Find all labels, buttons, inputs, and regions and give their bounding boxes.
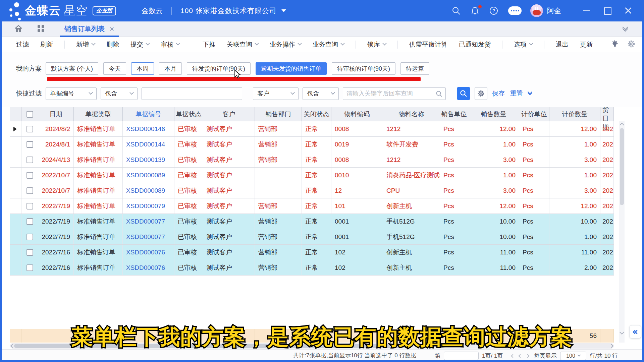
- close-tab-icon[interactable]: ✕: [109, 25, 114, 33]
- column-header[interactable]: 关闭状态: [302, 107, 331, 121]
- doc-number-link[interactable]: XSDD000089: [123, 183, 174, 198]
- field2-select[interactable]: 客户: [253, 87, 299, 100]
- toolbar-button[interactable]: 下推: [203, 40, 215, 49]
- row-checkbox[interactable]: [26, 141, 33, 148]
- scheme-button[interactable]: 待运算: [400, 62, 429, 75]
- toolbar-button[interactable]: 关联查询: [227, 40, 258, 49]
- table-row[interactable]: 2022/7/19标准销售订单XSDD000077已审核测试客户营销部正常000…: [10, 214, 614, 229]
- scheme-button[interactable]: 逾期未发货的销售订单: [256, 62, 327, 75]
- toolbar-button[interactable]: 提交: [130, 40, 149, 49]
- toolbar-button[interactable]: 过滤: [16, 40, 29, 49]
- toolbar-button[interactable]: 锁库: [367, 40, 386, 49]
- filter-value1-input[interactable]: [142, 87, 242, 100]
- column-header[interactable]: 单据编号: [123, 107, 174, 121]
- scheme-button[interactable]: 默认方案 (个人): [46, 62, 98, 75]
- row-checkbox-cell[interactable]: [21, 198, 38, 214]
- doc-number-link[interactable]: XSDD000089: [123, 168, 174, 183]
- doc-number-link[interactable]: XSDD000079: [123, 198, 174, 214]
- search-icon[interactable]: [452, 6, 461, 15]
- row-checkbox[interactable]: [26, 264, 33, 271]
- select-all-checkbox[interactable]: [26, 111, 33, 118]
- column-header[interactable]: 计价单位: [519, 107, 549, 121]
- tab-overflow-chevron-icon[interactable]: [623, 27, 627, 31]
- assistant-icon[interactable]: [508, 6, 522, 15]
- table-row[interactable]: 2022/7/16标准销售订单XSDD000076已审核测试客户营销部正常102…: [10, 260, 614, 276]
- row-checkbox[interactable]: [26, 218, 33, 225]
- table-row[interactable]: 2022/7/19标准销售订单XSDD000079已审核测试客户营销部正常101…: [10, 198, 614, 214]
- notifications-bell-icon[interactable]: [471, 6, 479, 15]
- scroll-up-icon[interactable]: [620, 123, 624, 127]
- bulb-icon[interactable]: [611, 40, 619, 49]
- column-header[interactable]: 销售单位: [440, 107, 468, 121]
- minimize-button[interactable]: [582, 6, 592, 16]
- toolbar-button[interactable]: 刷新: [40, 40, 53, 49]
- toolbar-button[interactable]: 业务查询: [313, 40, 344, 49]
- horizontal-scrollbar-thumb[interactable]: [14, 344, 407, 348]
- scroll-right-icon[interactable]: [609, 344, 613, 348]
- row-checkbox[interactable]: [26, 234, 33, 240]
- row-checkbox[interactable]: [26, 203, 33, 209]
- next-page-icon[interactable]: [526, 354, 530, 358]
- column-header[interactable]: 单据类型: [74, 107, 123, 121]
- vertical-scrollbar[interactable]: [619, 121, 625, 343]
- row-checkbox[interactable]: [26, 157, 33, 163]
- column-header[interactable]: 销售数量: [468, 107, 519, 121]
- row-checkbox-cell[interactable]: [21, 137, 38, 152]
- scheme-button[interactable]: 待审核的订单(90天): [332, 62, 395, 75]
- scroll-left-icon[interactable]: [10, 344, 14, 348]
- home-icon[interactable]: [14, 24, 23, 34]
- scroll-down-icon[interactable]: [620, 330, 624, 335]
- reset-filter-link[interactable]: 重置: [510, 89, 523, 98]
- column-header[interactable]: 要货日期: [600, 107, 614, 121]
- toolbar-gear-icon[interactable]: [627, 40, 635, 49]
- row-checkbox-cell[interactable]: [21, 168, 38, 183]
- column-header[interactable]: 销售部门: [255, 107, 302, 121]
- row-checkbox[interactable]: [26, 126, 33, 132]
- doc-number-link[interactable]: XSDD000144: [123, 137, 174, 152]
- row-checkbox-cell[interactable]: [21, 183, 38, 198]
- horizontal-scrollbar[interactable]: [10, 343, 614, 349]
- product-menu[interactable]: 金数云: [142, 6, 163, 15]
- op1-select[interactable]: 包含: [101, 87, 138, 100]
- table-row[interactable]: 2022/10/7标准销售订单XSDD000089已审核测试客户正常0010消炎…: [10, 168, 614, 183]
- prev-page-icon[interactable]: [519, 354, 522, 358]
- doc-number-link[interactable]: XSDD000077: [123, 229, 174, 244]
- collapse-panel-button[interactable]: [629, 325, 641, 339]
- op2-select[interactable]: 包含: [303, 87, 339, 100]
- table-row[interactable]: 2024/8/1标准销售订单XSDD000144已审核测试客户营销部正常0019…: [10, 137, 614, 152]
- row-checkbox-cell[interactable]: [21, 229, 38, 244]
- org-selector[interactable]: 100 张家港金数技术有限公司: [180, 6, 277, 15]
- toolbar-button[interactable]: 新增: [76, 40, 95, 49]
- header-checkbox-cell[interactable]: [21, 107, 38, 121]
- toolbar-button[interactable]: 已通知发货: [459, 40, 491, 49]
- tab-sales-order-list[interactable]: 销售订单列表 ✕: [60, 21, 119, 37]
- filter-settings-button[interactable]: [475, 87, 487, 100]
- column-header[interactable]: 单据状态: [174, 107, 203, 121]
- field1-select[interactable]: 单据编号: [46, 87, 97, 100]
- toolbar-button[interactable]: 删除: [106, 40, 119, 49]
- toolbar-button[interactable]: 退出: [556, 40, 569, 49]
- column-header[interactable]: 物料名称: [383, 107, 440, 121]
- row-checkbox[interactable]: [26, 172, 33, 179]
- row-checkbox-cell[interactable]: [21, 121, 38, 136]
- maximize-button[interactable]: [602, 6, 612, 16]
- toolbar-button[interactable]: 审核: [161, 40, 179, 49]
- row-checkbox[interactable]: [26, 187, 33, 194]
- row-checkbox-cell[interactable]: [21, 152, 38, 167]
- first-page-icon[interactable]: [511, 354, 515, 358]
- table-row[interactable]: 2022/7/19标准销售订单XSDD000077已审核测试客户营销部正常000…: [10, 229, 614, 245]
- user-name[interactable]: 阿金: [547, 6, 561, 15]
- save-scheme-link[interactable]: 保存: [492, 89, 505, 98]
- toolbar-button[interactable]: 供需平衡计算: [409, 40, 447, 49]
- table-row[interactable]: 2024/4/13标准销售订单XSDD000139已审核测试客户营销部正常000…: [10, 152, 614, 168]
- user-avatar[interactable]: [530, 4, 543, 17]
- doc-number-link[interactable]: XSDD000076: [123, 245, 174, 260]
- table-row[interactable]: 2024/8/2标准销售订单XSDD000146已审核测试客户营销部正常0008…: [10, 121, 614, 137]
- search-button[interactable]: [457, 87, 470, 100]
- row-checkbox-cell[interactable]: [21, 245, 38, 260]
- toolbar-button[interactable]: 选项: [514, 40, 533, 49]
- doc-number-link[interactable]: XSDD000077: [123, 214, 174, 229]
- toolbar-button[interactable]: 更新: [580, 40, 593, 49]
- column-header[interactable]: 客户: [203, 107, 255, 121]
- table-row[interactable]: 2022/10/7标准销售订单XSDD000089已审核测试客户正常12CPUP…: [10, 183, 614, 198]
